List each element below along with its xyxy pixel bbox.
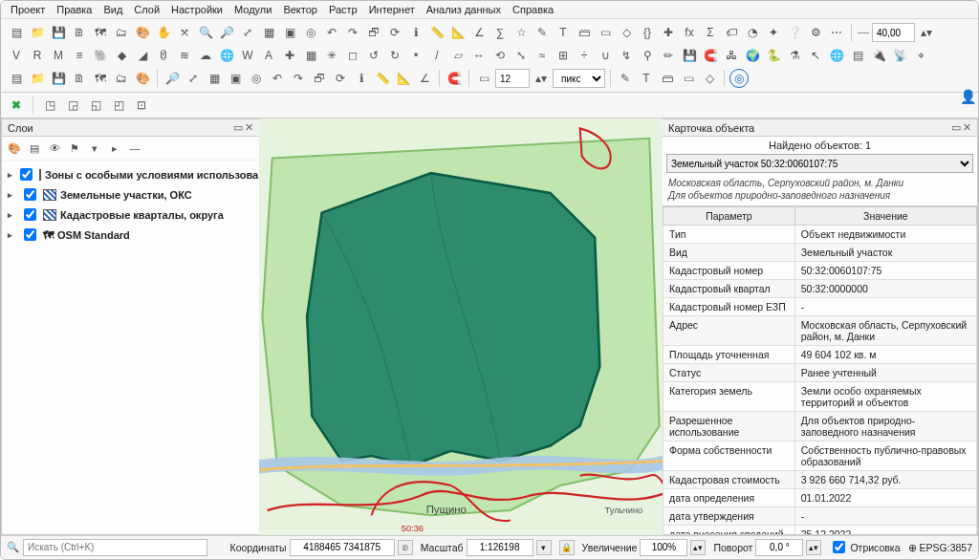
stepper-icon[interactable]: ▴▾ (532, 69, 551, 88)
digitize-point-icon[interactable]: • (406, 46, 425, 65)
new-layout-icon[interactable]: 🗺 (91, 23, 110, 42)
arrow-select-icon[interactable]: ↖ (806, 46, 825, 65)
topology-icon[interactable]: ✎ (616, 69, 635, 88)
python-icon[interactable]: 🐍 (764, 46, 783, 65)
table-row[interactable]: ВидЗемельный участок (664, 244, 977, 262)
add-wms-icon[interactable]: ☁ (196, 46, 215, 65)
node-a-icon[interactable]: ◳ (40, 96, 59, 115)
extent-toggle-icon[interactable]: ⎚ (398, 540, 413, 555)
select-freehand-icon[interactable]: 💾 (49, 69, 68, 88)
layer-visibility-checkbox[interactable] (24, 188, 36, 201)
chevron-down-icon[interactable]: ▾ (536, 540, 552, 555)
identify-icon[interactable]: ℹ (406, 23, 425, 42)
stepper-icon[interactable]: ▴▾ (806, 540, 821, 555)
table-row[interactable]: дата определения01.01.2022 (664, 489, 977, 507)
invert-selection-icon[interactable]: 🎨 (133, 69, 152, 88)
add-delimited-icon[interactable]: ≡ (70, 46, 89, 65)
fill-ring-icon[interactable]: ▦ (205, 69, 224, 88)
locate-icon[interactable]: ◎ (729, 69, 749, 88)
object-selector[interactable]: Земельный участок 50:32:0060107:75 (666, 154, 973, 173)
magnifier-input[interactable] (640, 539, 687, 556)
zoom-last-icon[interactable]: ↶ (322, 23, 341, 42)
layer-item[interactable]: ▸Зоны с особыми условиями использования … (8, 164, 253, 184)
add-ring-icon[interactable]: 🔎 (163, 69, 182, 88)
snap-geometry-icon[interactable]: ▭ (474, 69, 493, 88)
measure-angle-icon[interactable]: ∠ (469, 23, 489, 42)
add-raster-icon[interactable]: R (28, 46, 47, 65)
menu-настройки[interactable]: Настройки (171, 4, 223, 15)
new-map-view-icon[interactable]: 🗗 (364, 23, 383, 42)
add-postgis-icon[interactable]: 🐘 (91, 46, 110, 65)
digitize-line-icon[interactable]: / (427, 46, 446, 65)
snapping-magnet-icon[interactable]: 🧲 (445, 69, 464, 88)
angle-snap-icon[interactable]: ◇ (700, 69, 719, 88)
add-part-icon[interactable]: ⤢ (184, 69, 203, 88)
measure-line-icon[interactable]: 📏 (427, 23, 446, 42)
rotation-field[interactable]: Поворот ▴▾ (713, 539, 821, 556)
annotations-icon[interactable]: ✎ (533, 23, 552, 42)
scale-feature-icon[interactable]: ⤡ (511, 46, 531, 65)
coordinates-input[interactable] (290, 539, 395, 556)
menubar[interactable]: ПроектПравкаВидСлойНастройкиМодулиВектор… (1, 1, 978, 19)
new-geopackage-icon[interactable]: ▦ (301, 46, 320, 65)
menu-вектор[interactable]: Вектор (283, 4, 317, 15)
snapping-icon[interactable]: 🧲 (701, 46, 720, 65)
table-row[interactable]: Площадь уточненная49 604 102 кв. м (664, 346, 977, 364)
table-row[interactable]: Кадастровый номер ЕЗП- (664, 298, 977, 316)
merge-features-icon[interactable]: ℹ (352, 69, 371, 88)
line-style-preview[interactable]: — (857, 23, 870, 42)
layer-item[interactable]: ▸🗺OSM Standard (8, 225, 253, 245)
layout-manager-icon[interactable]: 🗂 (112, 23, 131, 42)
decorations-icon[interactable]: ✦ (764, 23, 783, 42)
add-virtual-icon[interactable]: ≋ (175, 46, 194, 65)
reshape-feature-icon[interactable]: ↶ (268, 69, 287, 88)
layer-visibility-icon[interactable]: 👁 (46, 140, 63, 157)
stepper-icon[interactable]: ▴▾ (690, 540, 706, 555)
options-icon[interactable]: ⋯ (827, 23, 846, 42)
layer-item[interactable]: ▸Земельные участки, ОКС (8, 184, 253, 205)
simplify-icon[interactable]: ≈ (533, 46, 552, 65)
gps-icon[interactable]: 📡 (890, 46, 909, 65)
filter-legend-icon[interactable]: ⚑ (66, 140, 83, 157)
toggle-editing-icon[interactable]: ✏ (659, 46, 678, 65)
bookmarks-icon[interactable]: ☆ (511, 23, 531, 42)
add-wcs-icon[interactable]: 🌐 (217, 46, 236, 65)
attributes-icon[interactable]: 🗃 (575, 23, 594, 42)
pan-icon[interactable]: ✋ (154, 23, 173, 42)
merge-icon[interactable]: ∪ (596, 46, 615, 65)
chevron-right-icon[interactable]: ▸ (8, 210, 16, 220)
snap-tolerance-input[interactable] (495, 69, 530, 88)
zoom-native-icon[interactable]: ◎ (301, 23, 320, 42)
layer-visibility-checkbox[interactable] (20, 168, 33, 181)
self-snapping-icon[interactable]: ▭ (679, 69, 698, 88)
zoom-selection-icon[interactable]: ▦ (259, 23, 278, 42)
stats-icon[interactable]: ∑ (490, 23, 510, 42)
chevron-right-icon[interactable]: ▸ (8, 170, 12, 180)
add-arcgis-icon[interactable]: A (259, 46, 278, 65)
close-icon[interactable]: ✕ (245, 121, 253, 134)
move-feature-icon[interactable]: ↔ (469, 46, 489, 65)
table-row[interactable]: Кадастровый номер50:32:0060107:75 (664, 262, 977, 280)
node-e-icon[interactable]: ⊡ (132, 96, 151, 115)
object-select-input[interactable]: Земельный участок 50:32:0060107:75 (666, 154, 973, 173)
refresh-icon[interactable]: ⟳ (385, 23, 404, 42)
menu-интернет[interactable]: Интернет (369, 4, 415, 15)
split-icon[interactable]: ÷ (575, 46, 594, 65)
labels-icon[interactable]: 🏷 (722, 23, 741, 42)
measure-area-icon[interactable]: 📐 (448, 23, 468, 42)
trim-extend-icon[interactable]: ∠ (415, 69, 434, 88)
crs-icon[interactable]: ⌖ (911, 46, 930, 65)
zoom-layer-icon[interactable]: ▣ (280, 23, 299, 42)
table-row[interactable]: ТипОбъект недвижимости (664, 226, 977, 244)
lock-icon[interactable]: 🔒 (559, 540, 575, 555)
history-icon[interactable]: ↺ (364, 46, 383, 65)
line-width-input[interactable] (872, 23, 915, 42)
scale-field[interactable]: Масштаб ▾ (421, 539, 552, 556)
select-rect-icon[interactable]: ▤ (7, 69, 26, 88)
reshape-icon[interactable]: ↯ (617, 46, 636, 65)
new-spatialite-icon[interactable]: ✳ (322, 46, 341, 65)
network-icon[interactable]: 🌍 (743, 46, 762, 65)
redo-icon[interactable]: ↻ (385, 46, 404, 65)
menu-анализ данных[interactable]: Анализ данных (426, 4, 501, 15)
render-checkbox[interactable] (833, 541, 845, 553)
